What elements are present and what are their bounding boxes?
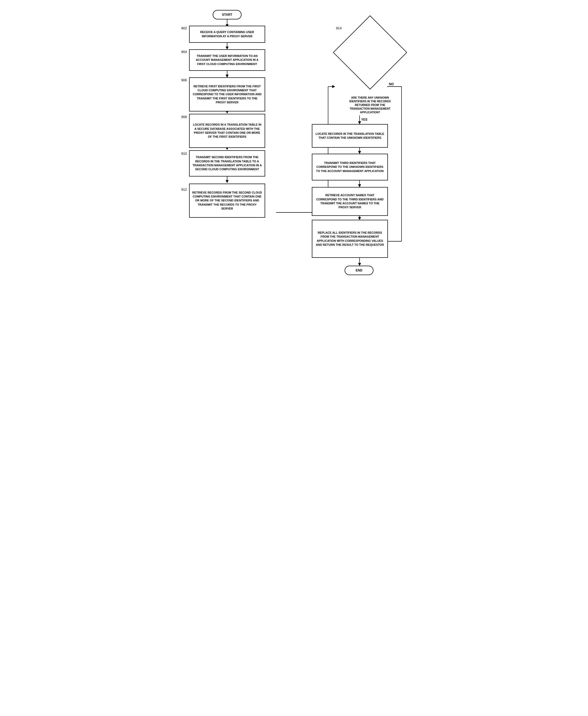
step-label-914: 914	[336, 26, 342, 30]
step-912: RETRIEVE RECORDS FROM THE SECOND CLOUD C…	[189, 184, 265, 218]
diamond-914	[333, 16, 407, 90]
step-922: REPLACE ALL IDENTIFIERS IN THE RECORDS F…	[312, 220, 388, 258]
step-920: RETRIEVE ACCOUNT NAMES THAT CORRESPOND T…	[312, 187, 388, 216]
svg-marker-27	[358, 184, 361, 187]
start-label: START	[222, 13, 232, 17]
end-label: END	[356, 269, 362, 272]
svg-marker-31	[358, 263, 361, 266]
svg-marker-3	[226, 47, 228, 49]
step-904: TRANSMIT THE USER INFORMATION TO AN ACCO…	[189, 49, 265, 71]
step-908: LOCATE RECORDS IN A TRANSLATION TABLE IN…	[189, 114, 265, 148]
end-node: END	[344, 266, 374, 275]
diamond-914-wrap: 914 ARE THERE ANY UNKNOWN IDENTIFIERS IN…	[344, 26, 401, 84]
svg-marker-11	[226, 180, 228, 183]
step-910: TRANSMIT SECOND IDENTIFIERS FROM THE REC…	[189, 150, 265, 176]
diamond-914-text: ARE THERE ANY UNKNOWN IDENTIFIERS IN THE…	[344, 79, 396, 131]
step-918: TRANSMIT THIRD IDENTIFIERS THAT CORRESPO…	[312, 154, 388, 181]
svg-marker-15	[332, 85, 335, 88]
start-node: START	[213, 10, 241, 19]
svg-marker-29	[358, 217, 361, 220]
step-906: RETRIEVE FIRST IDENTIFIERS FROM THE FIRS…	[189, 77, 265, 111]
svg-marker-25	[358, 151, 361, 154]
step-902: RECEIVE A QUERY CONTAINING USER INFORMAT…	[189, 26, 265, 43]
svg-marker-5	[226, 75, 228, 77]
flowchart-diagram: YES NO START 902 RECEIVE A QUERY CONTAIN…	[176, 5, 412, 294]
